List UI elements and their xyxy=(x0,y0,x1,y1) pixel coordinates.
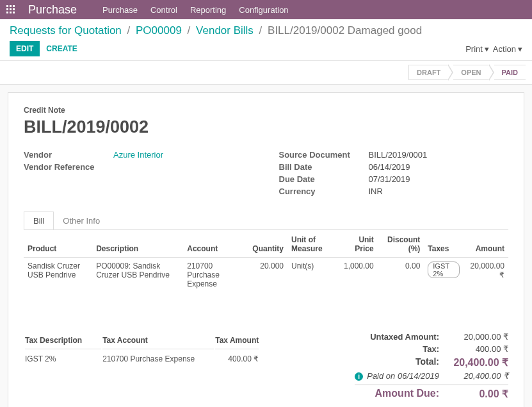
breadcrumb-current: BILL/2019/0002 Damaged good xyxy=(268,24,422,37)
line-discount: 0.00 xyxy=(378,258,424,293)
breadcrumb: Requests for Quotation / PO00009 / Vendo… xyxy=(10,24,522,37)
bill-date-label: Bill Date xyxy=(279,162,369,172)
currency-label: Currency xyxy=(279,187,369,196)
vendor-value[interactable]: Azure Interior xyxy=(113,150,163,160)
line-price: 1,000.00 xyxy=(337,258,378,293)
status-draft[interactable]: DRAFT xyxy=(408,65,448,80)
due-label: Amount Due: xyxy=(362,388,439,400)
source-label: Source Document xyxy=(279,150,369,160)
currency-value: INR xyxy=(369,187,383,196)
breadcrumb-po[interactable]: PO00009 xyxy=(136,24,182,37)
col-account: Account xyxy=(183,230,248,258)
table-row[interactable]: Sandisk Cruzer USB Pendrive PO00009: San… xyxy=(24,258,508,293)
apps-icon[interactable] xyxy=(6,5,15,14)
line-amount: 20,000.00 ₹ xyxy=(463,258,508,293)
table-row[interactable]: IGST 2% 210700 Purchase Expense 400.00 ₹ xyxy=(25,351,259,367)
invoice-lines-table: Product Description Account Quantity Uni… xyxy=(24,230,508,292)
source-value: BILL/2019/0001 xyxy=(369,150,428,160)
line-tax: IGST 2% xyxy=(424,258,463,293)
control-panel: Requests for Quotation / PO00009 / Vendo… xyxy=(0,19,532,61)
col-taxes: Taxes xyxy=(424,230,463,258)
col-discount: Discount (%) xyxy=(378,230,424,258)
tax-desc: IGST 2% xyxy=(25,351,101,367)
create-button[interactable]: CREATE xyxy=(46,44,77,53)
breadcrumb-bills[interactable]: Vendor Bills xyxy=(196,24,254,37)
totals: Untaxed Amount: 20,000.00 ₹ Tax: 400.00 … xyxy=(355,331,508,401)
status-paid[interactable]: PAID xyxy=(494,65,526,80)
line-desc: PO00009: Sandisk Cruzer USB Pendrive xyxy=(92,258,183,293)
col-description: Description xyxy=(92,230,183,258)
col-price: Unit Price xyxy=(337,230,378,258)
tax-total-value: 400.00 ₹ xyxy=(451,344,508,354)
tax-account: 210700 Purchase Expense xyxy=(102,351,214,367)
action-dropdown[interactable]: Action ▾ xyxy=(493,44,522,54)
menu-control[interactable]: Control xyxy=(150,5,177,15)
doc-subtitle: Credit Note xyxy=(24,106,508,115)
due-date-value: 07/31/2019 xyxy=(369,174,410,184)
vendor-ref-label: Vendor Reference xyxy=(24,162,113,172)
caret-down-icon: ▾ xyxy=(485,44,489,54)
col-product: Product xyxy=(24,230,92,258)
caret-down-icon: ▾ xyxy=(518,44,522,54)
menu-configuration[interactable]: Configuration xyxy=(239,5,288,15)
breadcrumb-rfq[interactable]: Requests for Quotation xyxy=(10,24,122,37)
edit-button[interactable]: EDIT xyxy=(10,41,40,56)
col-amount: Amount xyxy=(463,230,508,258)
tab-other-info[interactable]: Other Info xyxy=(53,212,109,229)
paid-value: 20,400.00 ₹ xyxy=(451,371,508,381)
tax-table: Tax Description Tax Account Tax Amount I… xyxy=(24,331,260,369)
form-sheet: Credit Note BILL/2019/0002 Vendor Azure … xyxy=(8,92,524,407)
due-value: 0.00 ₹ xyxy=(451,388,508,400)
tabs: Bill Other Info xyxy=(24,212,508,230)
tax-col-desc: Tax Description xyxy=(25,332,101,349)
status-bar: DRAFT OPEN PAID xyxy=(0,61,532,85)
line-qty: 20.000 xyxy=(248,258,287,293)
tax-col-account: Tax Account xyxy=(102,332,214,349)
tax-total-label: Tax: xyxy=(362,344,439,354)
untaxed-value: 20,000.00 ₹ xyxy=(451,332,508,342)
tax-tag: IGST 2% xyxy=(428,262,459,278)
line-product: Sandisk Cruzer USB Pendrive xyxy=(24,258,92,293)
untaxed-label: Untaxed Amount: xyxy=(362,332,439,342)
col-uom: Unit of Measure xyxy=(287,230,337,258)
tax-amount: 400.00 ₹ xyxy=(215,351,259,367)
info-icon[interactable]: i xyxy=(355,372,363,381)
tax-col-amount: Tax Amount xyxy=(215,332,259,349)
col-quantity: Quantity xyxy=(248,230,287,258)
status-open[interactable]: OPEN xyxy=(453,65,488,80)
line-account: 210700 Purchase Expense xyxy=(183,258,248,293)
menu-reporting[interactable]: Reporting xyxy=(190,5,226,15)
menu-purchase[interactable]: Purchase xyxy=(102,5,138,15)
total-value: 20,400.00 ₹ xyxy=(451,356,508,369)
line-uom: Unit(s) xyxy=(287,258,337,293)
doc-title: BILL/2019/0002 xyxy=(24,117,508,137)
vendor-label: Vendor xyxy=(24,150,113,160)
paid-label: iPaid on 06/14/2019 xyxy=(355,371,439,381)
due-date-label: Due Date xyxy=(279,174,369,184)
tab-bill[interactable]: Bill xyxy=(24,212,54,229)
total-label: Total: xyxy=(362,356,439,369)
top-navbar: Purchase Purchase Control Reporting Conf… xyxy=(0,0,532,19)
app-title: Purchase xyxy=(28,3,77,17)
print-dropdown[interactable]: Print ▾ xyxy=(465,44,489,54)
bill-date-value: 06/14/2019 xyxy=(369,162,410,172)
top-menu: Purchase Control Reporting Configuration xyxy=(102,5,289,15)
